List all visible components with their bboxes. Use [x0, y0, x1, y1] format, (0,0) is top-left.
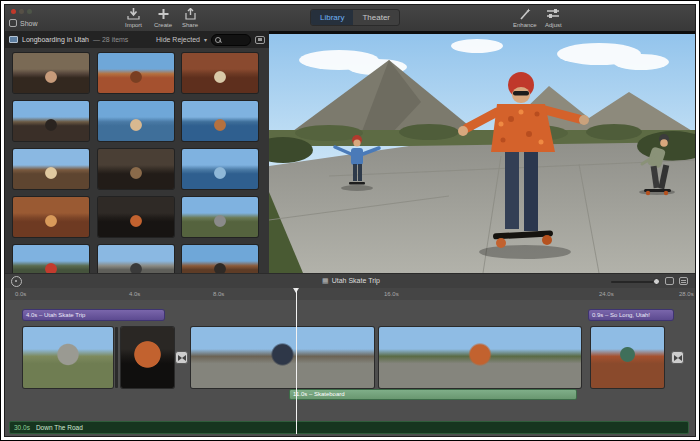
- toolbar: Show Import Create Share LibraryTheater: [5, 5, 696, 32]
- transition-icon[interactable]: [671, 351, 684, 364]
- timeline-clips-area: 4.0s – Utah Skate Trip0.9s – So Long, Ut…: [5, 300, 696, 437]
- project-grid-icon: ▦: [322, 277, 329, 284]
- timeline-clip-desert-road[interactable]: [23, 327, 113, 388]
- music-track-clip[interactable]: 30.0sDown The Road: [9, 421, 689, 434]
- viewer-pane: [269, 31, 696, 273]
- browser-clip-thumbnail[interactable]: [98, 197, 174, 237]
- create-label: Create: [154, 22, 172, 28]
- show-label: Show: [20, 20, 38, 27]
- browser-clip-thumbnail[interactable]: [98, 245, 174, 273]
- close-window-button[interactable]: [11, 9, 16, 14]
- search-input[interactable]: [211, 34, 251, 46]
- timeline-clip-skater-closeup[interactable]: [379, 327, 581, 388]
- import-label: Import: [125, 22, 142, 28]
- ruler-tick-label: 16.0s: [384, 291, 399, 297]
- tab-theater[interactable]: Theater: [353, 10, 399, 25]
- imovie-window: Show Import Create Share LibraryTheater: [4, 4, 696, 437]
- browser-clip-thumbnail[interactable]: [182, 149, 258, 189]
- chevron-down-icon[interactable]: ▾: [204, 36, 207, 43]
- browser-clip-thumbnail[interactable]: [13, 101, 89, 141]
- filter-dropdown[interactable]: Hide Rejected: [156, 36, 200, 43]
- browser-clip-thumbnail[interactable]: [98, 149, 174, 189]
- clip-edge-handle[interactable]: [115, 327, 118, 388]
- ruler-tick-label: 24.0s: [599, 291, 614, 297]
- browser-clip-thumbnail[interactable]: [13, 245, 89, 273]
- import-button[interactable]: Import: [125, 8, 142, 28]
- project-title: ▦Utah Skate Trip: [5, 277, 696, 285]
- minimize-window-button[interactable]: [19, 9, 24, 14]
- music-track-name: Down The Road: [36, 424, 83, 431]
- music-duration: 30.0s: [14, 424, 30, 431]
- playhead[interactable]: [296, 288, 297, 434]
- share-icon: [184, 8, 197, 20]
- ruler-tick-label: 0.0s: [15, 291, 26, 297]
- ruler-tick-label: 28.0s: [679, 291, 694, 297]
- sliders-icon: [546, 8, 560, 20]
- browser-clip-thumbnail[interactable]: [13, 53, 89, 93]
- plus-icon: [157, 8, 170, 20]
- zoom-slider-knob[interactable]: [653, 278, 660, 285]
- library-theater-tabs: LibraryTheater: [310, 9, 400, 26]
- magic-wand-icon: [518, 8, 531, 20]
- ruler-tick-label: 4.0s: [129, 291, 140, 297]
- transition-icon[interactable]: [175, 351, 188, 364]
- tab-library[interactable]: Library: [311, 10, 353, 25]
- create-button[interactable]: Create: [154, 8, 172, 28]
- highlight-range-bar[interactable]: 11.0s – Skateboard: [289, 389, 577, 400]
- browser-clip-thumbnail[interactable]: [98, 53, 174, 93]
- timeline-clip-selfie-desert[interactable]: [591, 327, 664, 388]
- share-button[interactable]: Share: [182, 8, 198, 28]
- adjust-button[interactable]: Adjust: [545, 8, 562, 28]
- ruler-tick-label: 8.0s: [213, 291, 224, 297]
- event-browser-header: Longboarding in Utah — 28 items Hide Rej…: [5, 31, 269, 49]
- browser-clip-thumbnail[interactable]: [13, 149, 89, 189]
- timeline-header: ▦Utah Skate Trip: [5, 273, 696, 289]
- show-browser-button[interactable]: Show: [9, 19, 38, 27]
- import-icon: [127, 8, 140, 20]
- title-clip-bar[interactable]: 4.0s – Utah Skate Trip: [23, 310, 164, 320]
- adjust-label: Adjust: [545, 22, 562, 28]
- clip-appearance-icon[interactable]: [665, 277, 674, 285]
- event-title: Longboarding in Utah: [22, 36, 89, 43]
- event-browser-grid: [5, 48, 269, 273]
- photo-frame-icon: [9, 19, 17, 27]
- share-label: Share: [182, 22, 198, 28]
- zoom-slider[interactable]: [611, 281, 657, 283]
- browser-clip-thumbnail[interactable]: [182, 245, 258, 273]
- search-icon: [215, 37, 221, 43]
- event-item-count: — 28 items: [93, 36, 128, 43]
- enhance-label: Enhance: [513, 22, 537, 28]
- browser-clip-thumbnail[interactable]: [98, 101, 174, 141]
- title-clip-bar[interactable]: 0.9s – So Long, Utah!: [589, 310, 673, 320]
- viewer-image: [269, 34, 696, 273]
- enhance-button[interactable]: Enhance: [513, 8, 537, 28]
- timeline-clip-skateboard-wheel[interactable]: [121, 327, 174, 388]
- browser-clip-thumbnail[interactable]: [182, 197, 258, 237]
- browser-clip-thumbnail[interactable]: [13, 197, 89, 237]
- browser-clip-thumbnail[interactable]: [182, 101, 258, 141]
- timeline-settings-icon[interactable]: [679, 277, 688, 285]
- zoom-window-button[interactable]: [27, 9, 32, 14]
- timeline-clip-skaters-downhill[interactable]: [191, 327, 374, 388]
- browser-clip-thumbnail[interactable]: [182, 53, 258, 93]
- viewer-toggle-icon[interactable]: [255, 36, 265, 44]
- screenshot-root: { "toolbar": { "show_label": "Show", "im…: [0, 0, 700, 441]
- event-icon: [9, 36, 18, 43]
